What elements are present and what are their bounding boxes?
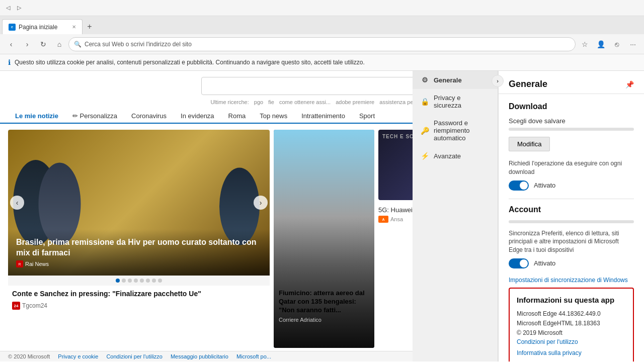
footer-link-conditions[interactable]: Condizioni per l'utilizzo bbox=[106, 353, 163, 359]
main-content: Ultime ricerche: pgo fie come ottenere a… bbox=[0, 71, 644, 361]
tab-bar: e Pagina iniziale ✕ + bbox=[0, 16, 644, 34]
tab-intrattenimento[interactable]: Intrattenimento bbox=[294, 109, 352, 124]
tab-in-evidenza[interactable]: In evidenza bbox=[174, 109, 221, 124]
news-next-button[interactable]: › bbox=[254, 196, 268, 210]
back-button[interactable]: ‹ bbox=[4, 37, 18, 51]
tgcom24-logo: 24 bbox=[12, 302, 20, 310]
main-news-title: Brasile, prima remissione da Hiv per uom… bbox=[16, 237, 262, 258]
pin-button[interactable]: 📌 bbox=[625, 80, 634, 88]
recent-link-1[interactable]: pgo bbox=[254, 99, 263, 105]
menu-item-avanzate[interactable]: ⚡ Avanzate bbox=[413, 147, 498, 165]
middle-news-overlay: Fiumicino: atterra aereo dal Qatar con 1… bbox=[279, 289, 369, 323]
nav-actions: ☆ 👤 ⎋ ··· bbox=[578, 37, 640, 51]
forward-button[interactable]: › bbox=[20, 37, 34, 51]
dot-6[interactable] bbox=[146, 279, 150, 283]
search-box[interactable] bbox=[201, 77, 443, 95]
settings-panel: Generale 📌 Download Scegli dove salvare … bbox=[498, 71, 644, 361]
recent-link-3[interactable]: come ottenere assi... bbox=[279, 99, 331, 105]
dot-8[interactable] bbox=[158, 279, 162, 283]
profile-button[interactable]: 👤 bbox=[594, 37, 608, 51]
info-box: Informazioni su questa app Microsoft Edg… bbox=[509, 288, 634, 361]
info-line-3: © 2019 Microsoft bbox=[517, 328, 626, 338]
main-news-overlay: Brasile, prima remissione da Hiv per uom… bbox=[8, 229, 270, 276]
tab-mie-notizie[interactable]: Le mie notizie bbox=[8, 109, 65, 124]
download-toggle-text: Attivato bbox=[534, 182, 555, 189]
dot-7[interactable] bbox=[152, 279, 156, 283]
settings-content: Download Scegli dove salvare Modifica Ri… bbox=[499, 94, 644, 361]
settings-sidebar: › ⚙ Generale 🔒 Privacy e sicurezza 🔑 Pas… bbox=[413, 71, 498, 361]
dot-3[interactable] bbox=[128, 279, 132, 283]
dot-4[interactable] bbox=[134, 279, 138, 283]
account-toggle[interactable] bbox=[509, 258, 529, 268]
secondary-news-title[interactable]: Conte e Sanchez in pressing: "Finalizzar… bbox=[8, 286, 270, 302]
footer-link-more[interactable]: Microsoft po... bbox=[236, 353, 271, 359]
terms-link[interactable]: Condizioni per l'utilizzo bbox=[517, 338, 626, 345]
dot-1[interactable] bbox=[116, 279, 120, 283]
download-section-title: Download bbox=[509, 102, 634, 111]
menu-item-password[interactable]: 🔑 Password e riempimento automatico bbox=[413, 114, 498, 147]
news-middle: Fiumicino: atterra aereo dal Qatar con 1… bbox=[274, 130, 374, 348]
tab-close-button[interactable]: ✕ bbox=[72, 24, 76, 30]
menu-label-privacy: Privacy e sicurezza bbox=[434, 94, 490, 109]
rai-logo: R bbox=[16, 260, 23, 267]
save-label: Scegli dove salvare bbox=[509, 117, 634, 125]
tab-top-news[interactable]: Top news bbox=[253, 109, 294, 124]
middle-news-title: Fiumicino: atterra aereo dal Qatar con 1… bbox=[279, 289, 369, 315]
account-bar bbox=[509, 220, 634, 223]
news-prev-button[interactable]: ‹ bbox=[10, 196, 24, 210]
middle-news-card[interactable]: Fiumicino: atterra aereo dal Qatar con 1… bbox=[274, 130, 374, 348]
download-toggle-row: Attivato bbox=[509, 180, 634, 191]
tab-coronavirus[interactable]: Coronavirus bbox=[124, 109, 174, 124]
settings-header: Generale 📌 bbox=[499, 71, 644, 94]
download-toggle-desc: Richiedi l'operazione da eseguire con og… bbox=[509, 159, 634, 176]
menu-label-avanzate: Avanzate bbox=[434, 152, 461, 160]
info-line-2: Microsoft EdgeHTML 18.18363 bbox=[517, 319, 626, 328]
gear-icon: ⚙ bbox=[421, 76, 429, 84]
address-bar[interactable]: 🔍 Cerca sul Web o scrivi l'indirizzo del… bbox=[68, 37, 576, 51]
modify-button[interactable]: Modifica bbox=[509, 137, 550, 151]
recent-link-2[interactable]: fie bbox=[268, 99, 274, 105]
menu-item-generale[interactable]: ⚙ Generale bbox=[413, 71, 498, 89]
key-icon: 🔑 bbox=[421, 127, 429, 135]
dot-2[interactable] bbox=[122, 279, 126, 283]
lock-icon: 🔒 bbox=[421, 98, 429, 106]
share-button[interactable]: ⎋ bbox=[610, 37, 624, 51]
home-button[interactable]: ⌂ bbox=[52, 37, 66, 51]
tab-personalizza[interactable]: ✏ Personalizza bbox=[65, 109, 124, 124]
footer-link-adv[interactable]: Messaggio pubblicitario bbox=[171, 353, 228, 359]
favorites-button[interactable]: ☆ bbox=[578, 37, 592, 51]
account-section-title: Account bbox=[509, 205, 634, 214]
main-news-source: R Rai News bbox=[16, 260, 262, 267]
recent-label: Ultime ricerche: bbox=[210, 99, 249, 105]
footer-copyright: © 2020 Microsoft bbox=[8, 353, 50, 359]
dot-5[interactable] bbox=[140, 279, 144, 283]
divider-1 bbox=[509, 199, 634, 199]
account-toggle-knob bbox=[520, 259, 528, 267]
account-desc: Sincronizza Preferiti, elenco di lettura… bbox=[509, 229, 634, 254]
settings-title: Generale bbox=[509, 79, 547, 89]
info-line-1: Microsoft Edge 44.18362.449.0 bbox=[517, 309, 626, 319]
new-tab-button[interactable]: + bbox=[83, 19, 97, 34]
menu-item-privacy[interactable]: 🔒 Privacy e sicurezza bbox=[413, 89, 498, 114]
cookie-bar: ℹ Questo sito utilizza cookie per analis… bbox=[0, 54, 644, 71]
menu-button[interactable]: ··· bbox=[626, 37, 640, 51]
active-tab[interactable]: e Pagina iniziale ✕ bbox=[2, 19, 83, 34]
sync-settings-link[interactable]: Impostazioni di sincronizzazione di Wind… bbox=[509, 277, 634, 284]
tab-roma[interactable]: Roma bbox=[221, 109, 253, 124]
privacy-policy-link[interactable]: Informativa sulla privacy bbox=[517, 349, 626, 356]
menu-label-password: Password e riempimento automatico bbox=[434, 119, 490, 142]
refresh-button[interactable]: ↻ bbox=[36, 37, 50, 51]
cookie-text: Questo sito utilizza cookie per analisi,… bbox=[15, 59, 365, 66]
main-news-image[interactable]: ‹ › Brasile, prima remissione da Hiv per… bbox=[8, 130, 270, 276]
forward-icon: ▷ bbox=[15, 4, 23, 12]
nav-bar: ‹ › ↻ ⌂ 🔍 Cerca sul Web o scrivi l'indir… bbox=[0, 34, 644, 54]
middle-news-source: Corriere Adriatico bbox=[279, 317, 369, 323]
account-toggle-row: Attivato bbox=[509, 258, 634, 268]
news-left: ‹ › Brasile, prima remissione da Hiv per… bbox=[8, 130, 270, 348]
tab-sport[interactable]: Sport bbox=[352, 109, 382, 124]
recent-link-4[interactable]: adobe premiere bbox=[336, 99, 374, 105]
menu-toggle-button[interactable]: › bbox=[492, 75, 504, 87]
download-toggle[interactable] bbox=[509, 180, 529, 191]
footer-link-privacy[interactable]: Privacy e cookie bbox=[58, 353, 98, 359]
tab-label: Pagina iniziale bbox=[19, 24, 57, 31]
